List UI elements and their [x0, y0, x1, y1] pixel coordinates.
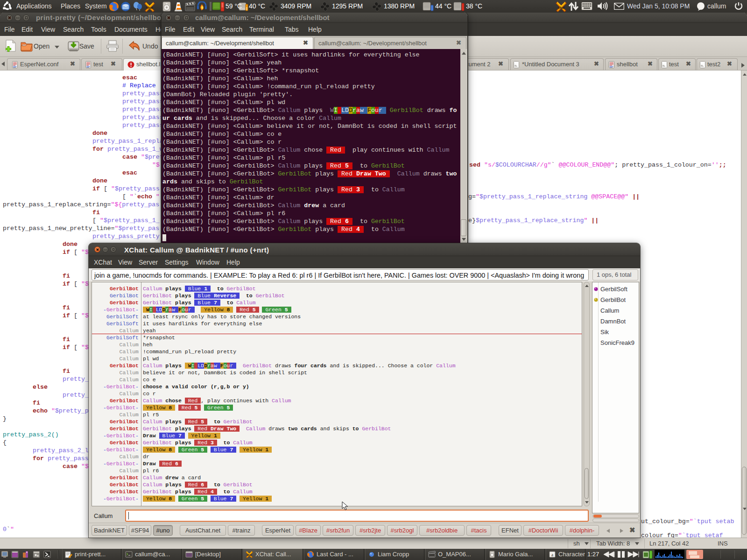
- svg-text:a: a: [551, 552, 554, 557]
- svg-text:chat: chat: [558, 6, 565, 9]
- svg-text:chat: chat: [147, 6, 154, 9]
- svg-text:chat: chat: [247, 554, 252, 556]
